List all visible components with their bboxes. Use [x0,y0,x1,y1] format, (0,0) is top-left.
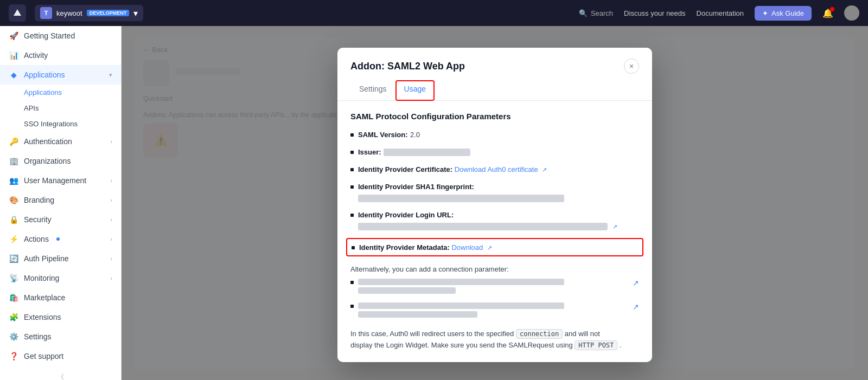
section-title: SAML Protocol Configuration Parameters [350,112,639,121]
addon-modal: Addon: SAML2 Web App × Settings Usage SA… [337,48,652,362]
bullet-sha1 [350,185,354,189]
sidebar-label-authentication: Authentication [24,137,72,146]
sidebar-label-extensions: Extensions [24,313,61,321]
plus-icon: ✦ [762,9,768,17]
sidebar-item-auth-pipeline[interactable]: 🔄 Auth Pipeline › [0,249,121,268]
sidebar-label-user-management: User Management [24,176,86,185]
bullet-idp-metadata [352,246,355,249]
redirect-description: In this case, Auth0 will redirect users … [350,329,639,351]
bullet-conn-2 [350,305,354,308]
download-cert-link[interactable]: Download Auth0 certificate [455,165,538,173]
sidebar-label-organizations: Organizations [24,157,71,165]
security-icon: 🔒 [9,215,18,224]
rocket-icon: 🚀 [9,31,18,41]
actions-chevron: › [110,236,112,242]
param-content-saml-version: SAML Version: 2.0 [358,130,639,139]
bullet-issuer [350,151,354,154]
tenant-selector[interactable]: T keywoot DEVELOPMENT ▾ [35,5,143,21]
login-url-blurred [358,223,608,230]
external-metadata-icon: ↗ [487,244,492,251]
tenant-badge: DEVELOPMENT [87,10,130,16]
actions-icon: ⚡ [9,234,18,244]
monitoring-chevron: › [110,275,112,281]
download-metadata-link[interactable]: Download [451,243,483,252]
user-avatar[interactable] [844,5,859,21]
sidebar-item-extensions[interactable]: 🧩 Extensions [0,307,121,327]
sidebar: 🚀 Getting Started 📊 Activity ◆ Applicati… [0,26,122,380]
sidebar-item-applications[interactable]: ◆ Applications ▾ [0,65,121,85]
user-mgmt-chevron: › [110,177,112,184]
tab-usage[interactable]: Usage [395,80,435,101]
tab-settings[interactable]: Settings [350,80,395,101]
connection-code-badge: connection [516,329,563,339]
param-idp-cert: Identity Provider Certificate: Download … [350,164,639,174]
settings-icon: ⚙️ [9,332,18,342]
tab-usage-label: Usage [404,85,426,93]
label-issuer: Issuer: [358,148,381,156]
branding-icon: 🎨 [9,195,18,205]
sidebar-item-getting-started[interactable]: 🚀 Getting Started [0,26,121,46]
ask-guide-label: Ask Guide [771,9,804,17]
sidebar-item-actions[interactable]: ⚡ Actions › [0,229,121,249]
sidebar-sub-sso[interactable]: SSO Integrations [0,116,121,132]
sidebar-item-marketplace[interactable]: 🛍️ Marketplace [0,288,121,307]
label-idp-metadata: Identity Provider Metadata: [359,243,451,252]
sidebar-sub-applications[interactable]: Applications [0,85,121,100]
top-nav: T keywoot DEVELOPMENT ▾ 🔍 Search Discuss… [0,0,868,26]
params-list: SAML Version: 2.0 Issuer: [350,130,639,256]
docs-link[interactable]: Documentation [697,9,744,17]
sidebar-item-get-support[interactable]: ❓ Get support [0,346,121,366]
conn-url-content-2 [358,302,627,320]
tenant-chevron: ▾ [133,8,138,18]
url-blurred-line-2b [358,311,477,318]
param-sha1: Identity Provider SHA1 fingerprint: [350,182,639,202]
param-idp-metadata: Identity Provider Metadata: Download ↗ [346,238,643,256]
label-sha1: Identity Provider SHA1 fingerprint: [358,183,474,191]
sidebar-label-auth-pipeline: Auth Pipeline [24,254,69,263]
notification-dot [830,7,834,11]
sidebar-item-user-management[interactable]: 👥 User Management › [0,171,121,190]
param-content-issuer: Issuer: [358,147,639,157]
redirect-text-1: In this case, Auth0 will redirect users … [350,330,514,338]
sidebar-label-monitoring: Monitoring [24,274,59,282]
activity-icon: 📊 [9,50,18,60]
monitoring-icon: 📡 [9,273,18,283]
param-login-url: Identity Provider Login URL: ↗ [350,210,639,230]
modal-close-button[interactable]: × [624,59,639,74]
conn-url-content-1 [358,279,627,296]
tenant-name: keywoot [56,9,82,17]
search-icon: 🔍 [579,9,588,17]
login-url-bar: ↗ [358,223,639,230]
sidebar-label-getting-started: Getting Started [24,31,75,40]
sidebar-item-branding[interactable]: 🎨 Branding › [0,190,121,210]
sidebar-sub-apis[interactable]: APIs [0,100,121,116]
sidebar-item-settings[interactable]: ⚙️ Settings [0,327,121,346]
pipeline-icon: 🔄 [9,254,18,263]
sidebar-item-monitoring[interactable]: 📡 Monitoring › [0,268,121,288]
modal-tabs: Settings Usage [337,74,652,101]
marketplace-icon: 🛍️ [9,293,18,302]
sidebar-collapse-btn[interactable]: 《 [0,366,121,380]
label-saml-version: SAML Version: [358,131,408,139]
external-cert-icon: ↗ [542,166,547,173]
discuss-link[interactable]: Discuss your needs [624,9,685,17]
bullet-saml-version [350,133,354,137]
sidebar-item-authentication[interactable]: 🔑 Authentication › [0,132,121,151]
app-logo [9,4,26,22]
main-layout: 🚀 Getting Started 📊 Activity ◆ Applicati… [0,26,868,380]
notifications-bell[interactable]: 🔔 [822,8,833,18]
value-issuer-blurred [384,149,470,156]
sidebar-item-activity[interactable]: 📊 Activity [0,46,121,65]
url-blurred-line-1a [358,279,564,285]
users-icon: 👥 [9,176,18,185]
tab-settings-label: Settings [359,85,387,93]
tab-usage-wrapper: Usage [395,80,435,100]
sidebar-label-marketplace: Marketplace [24,293,65,302]
sidebar-item-organizations[interactable]: 🏢 Organizations [0,151,121,171]
sidebar-label-get-support: Get support [24,352,63,360]
bullet-login-url [350,214,354,217]
sidebar-item-security[interactable]: 🔒 Security › [0,210,121,229]
search-trigger[interactable]: 🔍 Search [579,9,613,17]
param-saml-version: SAML Version: 2.0 [350,130,639,139]
ask-guide-button[interactable]: ✦ Ask Guide [755,6,812,21]
